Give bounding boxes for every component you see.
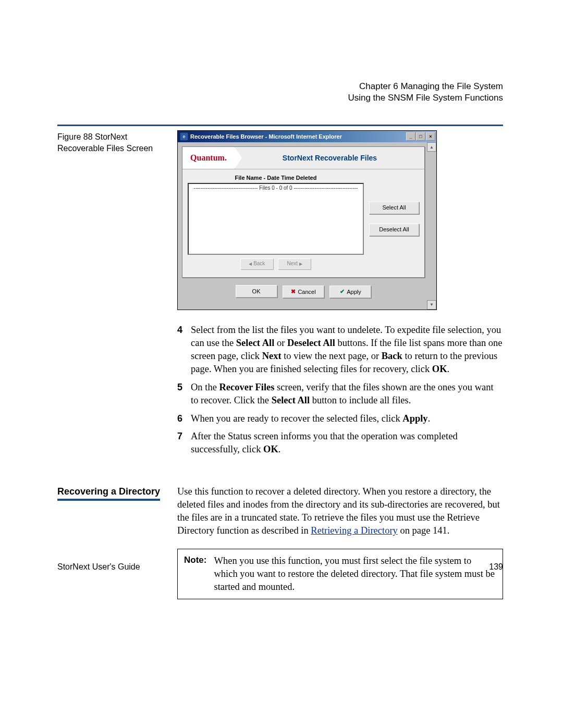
step-num-4: 4	[177, 324, 191, 376]
card-title: StorNext Recoverable Files	[235, 154, 424, 162]
note-box: Note: When you use this function, you mu…	[177, 549, 503, 599]
file-range-text: ------------------------------------- Fi…	[193, 185, 358, 191]
step-list: 4 Select from the list the files you wan…	[177, 324, 503, 456]
section-body: Use this function to recover a deleted d…	[177, 485, 503, 599]
section-heading: Recovering a Directory	[57, 485, 177, 599]
footer-left: StorNext User's Guide	[57, 562, 140, 572]
file-list[interactable]: ------------------------------------- Fi…	[188, 183, 364, 255]
back-button[interactable]: Back	[240, 258, 274, 270]
recoverable-files-card: Quantum. StorNext Recoverable Files File…	[182, 146, 425, 278]
step-num-6: 6	[177, 412, 191, 425]
retrieve-directory-link[interactable]: Retrieving a Directory	[311, 525, 397, 536]
select-all-button[interactable]: Select All	[369, 202, 419, 214]
check-icon: ✔	[340, 288, 345, 295]
step-5: On the Recover Files screen, verify that…	[191, 381, 503, 407]
step-num-7: 7	[177, 430, 191, 456]
ok-button[interactable]: OK	[236, 285, 277, 298]
scroll-down-icon[interactable]: ▼	[427, 300, 436, 310]
note-text: When you use this function, you must fir…	[214, 554, 496, 594]
note-label: Note:	[184, 554, 206, 594]
scroll-up-icon[interactable]: ▲	[427, 142, 436, 152]
recoverable-files-window: e Recoverable Files Browser - Microsoft …	[177, 130, 437, 310]
step-7: After the Status screen informs you that…	[191, 430, 503, 456]
section-rule	[57, 125, 503, 126]
x-icon: ✖	[291, 288, 296, 295]
deselect-all-button[interactable]: Deselect All	[369, 224, 419, 236]
minimize-button[interactable]: _	[406, 132, 415, 141]
step-num-5: 5	[177, 381, 191, 407]
cancel-button[interactable]: ✖Cancel	[283, 286, 324, 298]
step-6: When you are ready to recover the select…	[191, 412, 503, 425]
step-4: Select from the list the files you want …	[191, 324, 503, 376]
figure-caption: Figure 88 StorNext Recoverable Files Scr…	[57, 130, 177, 154]
next-button[interactable]: Next	[278, 258, 311, 270]
footer-page-number: 139	[489, 562, 503, 572]
file-list-header: File Name - Date Time Deleted	[188, 175, 364, 181]
maximize-button[interactable]: □	[416, 132, 425, 141]
brand-logo: Quantum.	[182, 147, 235, 169]
apply-button[interactable]: ✔Apply	[329, 286, 371, 298]
window-title: Recoverable Files Browser - Microsoft In…	[190, 133, 342, 140]
chapter-line: Chapter 6 Managing the File System	[57, 81, 503, 92]
chapter-header: Chapter 6 Managing the File System Using…	[57, 81, 503, 104]
page-footer: StorNext User's Guide 139	[57, 562, 503, 572]
window-titlebar[interactable]: e Recoverable Files Browser - Microsoft …	[178, 131, 436, 142]
close-button[interactable]: ×	[426, 132, 435, 141]
chapter-subtitle: Using the SNSM File System Functions	[57, 92, 503, 104]
ie-icon: e	[180, 132, 188, 141]
